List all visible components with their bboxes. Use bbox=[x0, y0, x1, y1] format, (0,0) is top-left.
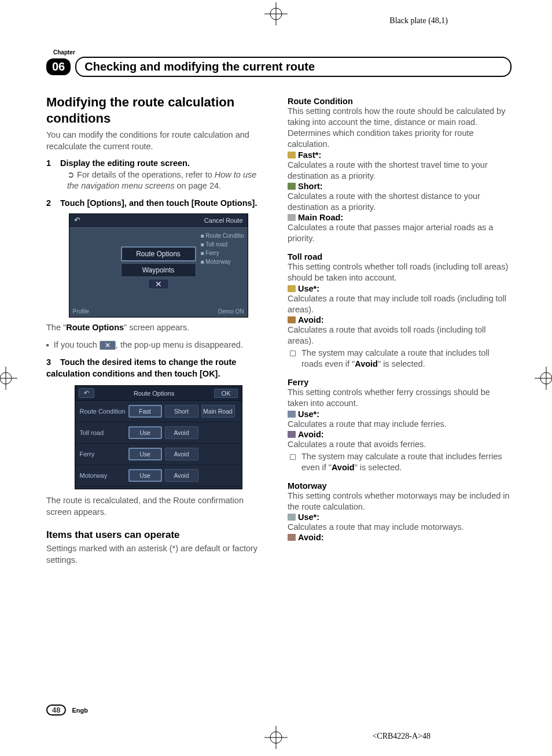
screen-title: Route Options bbox=[134, 390, 174, 397]
main-road-desc: Calculates a route that passes major art… bbox=[288, 222, 511, 244]
option-button[interactable]: Avoid bbox=[165, 469, 198, 482]
motorway-use-desc: Calculates a route that may include moto… bbox=[288, 522, 511, 533]
option-row-label: Ferry bbox=[75, 451, 128, 458]
toll-avoid-icon bbox=[288, 316, 296, 323]
right-column: Route Condition This setting controls ho… bbox=[288, 94, 511, 571]
option-row-label: Route Condition bbox=[75, 408, 128, 415]
step-3: 3Touch the desired items to change the r… bbox=[46, 357, 270, 379]
ferry-avoid-desc: Calculates a route that avoids ferries. bbox=[288, 439, 511, 450]
screenshot-route-options: ↶ Route Options OK Route ConditionFastSh… bbox=[75, 385, 242, 489]
doc-code: <CRB4228-A>48 bbox=[372, 732, 430, 741]
note-box-icon bbox=[290, 454, 296, 460]
route-options-appears: The "Route Options" screen appears. bbox=[46, 322, 270, 334]
option-button[interactable]: Fast bbox=[128, 405, 162, 418]
route-options-button[interactable]: Route Options bbox=[121, 246, 196, 261]
toll-body: This setting controls whether toll roads… bbox=[288, 261, 511, 283]
toll-note: The system may calculate a route that in… bbox=[288, 348, 511, 370]
page-title: Checking and modifying the current route bbox=[75, 57, 511, 77]
ferry-heading: Ferry bbox=[288, 378, 511, 387]
black-plate-label: Black plate (48,1) bbox=[389, 16, 448, 25]
screenshot-route-menu: ↶ Cancel Route ■ Route Conditio ■ Toll r… bbox=[69, 213, 248, 318]
toll-use-icon bbox=[288, 285, 296, 292]
page-footer: 48 Engb bbox=[46, 705, 88, 716]
main-road-icon bbox=[288, 214, 296, 221]
note-box-icon bbox=[290, 351, 296, 356]
ferry-use-icon bbox=[288, 411, 296, 418]
section-heading: Modifying the route calculation conditio… bbox=[46, 94, 270, 126]
step-2: 2Touch [Options], and then touch [Route … bbox=[46, 198, 270, 209]
close-popup-button[interactable]: ✕ bbox=[148, 279, 169, 289]
motorway-use-icon bbox=[288, 514, 296, 521]
motorway-heading: Motorway bbox=[288, 481, 511, 491]
short-desc: Calculates a route with the shortest dis… bbox=[288, 191, 511, 213]
language-label: Engb bbox=[72, 707, 88, 714]
refer-arrow-icon: ➲ bbox=[67, 170, 75, 179]
cancel-route-label: Cancel Route bbox=[204, 217, 243, 224]
crop-mark-bottom-icon bbox=[264, 726, 288, 749]
route-condition-heading: Route Condition bbox=[288, 97, 511, 106]
crop-mark-right-icon bbox=[535, 367, 552, 390]
crop-mark-top-icon bbox=[264, 2, 288, 25]
short-icon bbox=[288, 183, 296, 190]
ferry-note: The system may calculate a route that in… bbox=[288, 451, 511, 473]
step-1-note: ➲ For details of the operations, refer t… bbox=[46, 169, 270, 192]
intro-text: You can modify the conditions for route … bbox=[46, 130, 270, 152]
demo-label: Demo ON bbox=[218, 308, 244, 315]
profile-label: Profile bbox=[73, 308, 89, 315]
option-row: FerryUseAvoid bbox=[75, 444, 242, 465]
option-row-label: Toll road bbox=[75, 429, 128, 436]
chapter-label: Chapter bbox=[53, 49, 511, 56]
ferry-avoid-icon bbox=[288, 431, 296, 438]
page-container: Black plate (48,1) Chapter 06 Checking a… bbox=[0, 0, 552, 756]
option-button[interactable]: Avoid bbox=[165, 426, 198, 439]
ferry-use-desc: Calculates a route that may include ferr… bbox=[288, 419, 511, 430]
page-number-badge: 48 bbox=[46, 705, 66, 716]
subsection-heading: Items that users can operate bbox=[46, 529, 270, 541]
asterisk-note: Settings marked with an asterisk (*) are… bbox=[46, 543, 270, 566]
ferry-body: This setting controls whether ferry cros… bbox=[288, 387, 511, 409]
motorway-avoid-icon bbox=[288, 534, 296, 541]
crop-mark-left-icon bbox=[0, 367, 17, 390]
back-button[interactable]: ↶ bbox=[79, 388, 94, 398]
option-row-label: Motorway bbox=[75, 472, 128, 479]
rc-body1: This setting controls how the route shou… bbox=[288, 106, 511, 128]
chapter-number-badge: 06 bbox=[46, 58, 71, 75]
back-icon: ↶ bbox=[74, 216, 80, 224]
option-button[interactable]: Use bbox=[128, 469, 162, 482]
option-row: Toll roadUseAvoid bbox=[75, 422, 242, 444]
toll-road-heading: Toll road bbox=[288, 252, 511, 261]
option-button[interactable]: Avoid bbox=[165, 448, 198, 460]
toll-avoid-desc: Calculates a route that avoids toll road… bbox=[288, 324, 511, 346]
fast-desc: Calculates a route with the shortest tra… bbox=[288, 160, 511, 182]
recalculated-text: The route is recalculated, and the Route… bbox=[46, 495, 270, 518]
motorway-body: This setting controls whether motorways … bbox=[288, 491, 511, 512]
option-button[interactable]: Use bbox=[128, 426, 162, 439]
option-row: Route ConditionFastShortMain Road bbox=[75, 401, 242, 422]
left-column: Modifying the route calculation conditio… bbox=[46, 94, 270, 571]
option-row: MotorwayUseAvoid bbox=[75, 465, 242, 486]
toll-use-desc: Calculates a route that may include toll… bbox=[288, 293, 511, 315]
option-button[interactable]: Short bbox=[165, 405, 198, 418]
rc-body2: Determines which condition takes priorit… bbox=[288, 128, 511, 150]
option-button[interactable]: Main Road bbox=[201, 405, 235, 418]
step-1: 1Display the editing route screen. bbox=[46, 158, 270, 169]
header-bar: 06 Checking and modifying the current ro… bbox=[46, 57, 511, 77]
popup-disappear-note: ■ If you touch ✕, the pop-up menu is dis… bbox=[46, 340, 270, 351]
x-button-icon: ✕ bbox=[100, 341, 116, 350]
ok-button[interactable]: OK bbox=[214, 389, 238, 398]
option-button[interactable]: Use bbox=[128, 448, 162, 460]
waypoints-button[interactable]: Waypoints bbox=[121, 263, 196, 277]
square-bullet-icon: ■ bbox=[46, 340, 49, 351]
fast-icon bbox=[288, 152, 296, 158]
